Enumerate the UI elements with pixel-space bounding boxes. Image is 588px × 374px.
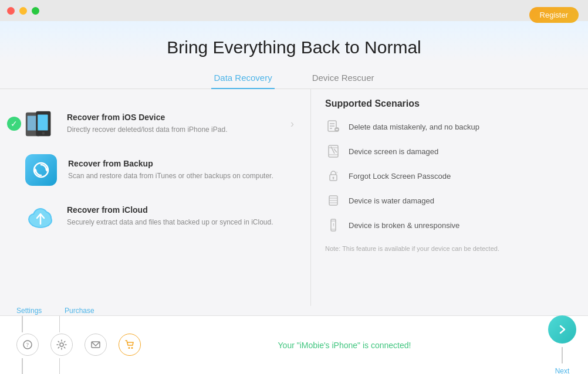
check-icon: ✓ (7, 117, 21, 131)
deleted-icon (325, 118, 342, 135)
mail-icon (90, 339, 101, 350)
svg-point-4 (42, 132, 45, 135)
settings-label[interactable]: Settings (16, 307, 39, 315)
cart-icon (124, 339, 135, 350)
scenario-broken: ! Device is broken & unresponsive (325, 217, 574, 233)
recovery-item-icloud[interactable]: Recover from iCloud Securely extract dat… (23, 199, 299, 233)
tab-bar: Data Recovery Device Rescuer (0, 68, 588, 89)
icloud-item-title: Recover from iCloud (67, 205, 273, 215)
titlebar (0, 0, 588, 21)
scenario-screen: Device screen is damaged (325, 143, 574, 159)
svg-text:?: ? (336, 171, 338, 175)
settings-connector (22, 316, 23, 332)
scenario-screen-text: Device screen is damaged (349, 147, 438, 156)
purchase-connector (59, 316, 60, 332)
guide-connector (22, 358, 23, 375)
scenario-water: Device is water damaged (325, 192, 574, 209)
water-icon (325, 192, 342, 209)
bottom-bar: Settings Purchase ? (0, 315, 588, 374)
next-section: Next (548, 315, 576, 375)
icloud-item-desc: Securely extract data and files that bac… (67, 217, 273, 227)
icloud-icon (23, 199, 58, 233)
icloud-item-text: Recover from iCloud Securely extract dat… (67, 205, 273, 227)
svg-text:?: ? (26, 342, 29, 348)
svg-point-42 (60, 343, 63, 346)
feedback-connector (59, 358, 60, 375)
svg-point-44 (129, 347, 130, 349)
backup-item-desc: Scan and restore data from iTunes or oth… (68, 171, 273, 181)
status-text: Your "iMobie's iPhone" is connected! (278, 341, 411, 350)
scenario-deleted-text: Delete data mistakenly, and no backup (349, 123, 479, 131)
hero-title: Bring Everything Back to Normal (0, 38, 588, 57)
screen-icon (325, 143, 342, 159)
backup-item-title: Recover from Backup (68, 159, 273, 168)
minimize-button[interactable] (19, 7, 27, 15)
scenario-water-text: Device is water damaged (349, 196, 434, 205)
next-arrow-icon (556, 324, 568, 335)
tab-data-recovery[interactable]: Data Recovery (211, 68, 274, 89)
next-connector (562, 347, 563, 363)
backup-icon (23, 152, 59, 188)
next-button[interactable] (548, 315, 576, 344)
gear-icon (56, 339, 67, 350)
backup-item-text: Recover from Backup Scan and restore dat… (68, 159, 273, 181)
purchase-button[interactable] (119, 334, 141, 356)
scenario-broken-text: Device is broken & unresponsive (349, 221, 459, 230)
svg-line-27 (334, 149, 337, 152)
broken-icon: ! (325, 217, 342, 233)
recovery-item-ios[interactable]: ✓ Recover from iOS Device Directly recov… (23, 107, 299, 141)
main-content: ✓ Recover from iOS Device Directly recov… (0, 89, 588, 306)
ios-item-desc: Directly recover deleted/lost data from … (67, 124, 227, 135)
svg-rect-3 (38, 115, 48, 131)
maximize-button[interactable] (32, 7, 39, 15)
purchase-label[interactable]: Purchase (65, 307, 87, 315)
scenario-deleted: Delete data mistakenly, and no backup (325, 118, 574, 135)
arrow-right-icon: › (290, 118, 294, 130)
tab-device-rescuer[interactable]: Device Rescuer (310, 68, 377, 89)
feedback-button[interactable] (85, 334, 107, 356)
question-icon: ? (22, 339, 33, 350)
passcode-icon: ? (325, 168, 342, 184)
next-label[interactable]: Next (555, 367, 570, 375)
svg-point-45 (131, 347, 133, 349)
close-button[interactable] (7, 7, 15, 15)
guide-button[interactable]: ? (16, 334, 39, 356)
right-panel: Supported Scenarios Delete data mistaken… (311, 89, 588, 306)
svg-text:!: ! (333, 222, 334, 227)
ios-device-icon (23, 107, 58, 141)
scenario-passcode-text: Forgot Lock Screen Passcode (349, 172, 451, 181)
settings-button[interactable] (50, 334, 73, 356)
note-text: Note: This feature is available if your … (325, 244, 574, 254)
left-panel: ✓ Recover from iOS Device Directly recov… (0, 89, 311, 306)
recovery-item-backup[interactable]: Recover from Backup Scan and restore dat… (23, 152, 299, 188)
ios-item-title: Recover from iOS Device (67, 113, 227, 122)
ios-item-text: Recover from iOS Device Directly recover… (67, 113, 227, 135)
scenario-passcode: ? Forgot Lock Screen Passcode (325, 168, 574, 184)
register-button[interactable]: Register (529, 7, 579, 23)
scenarios-title: Supported Scenarios (325, 98, 574, 109)
hero-section: Bring Everything Back to Normal Data Rec… (0, 21, 588, 89)
